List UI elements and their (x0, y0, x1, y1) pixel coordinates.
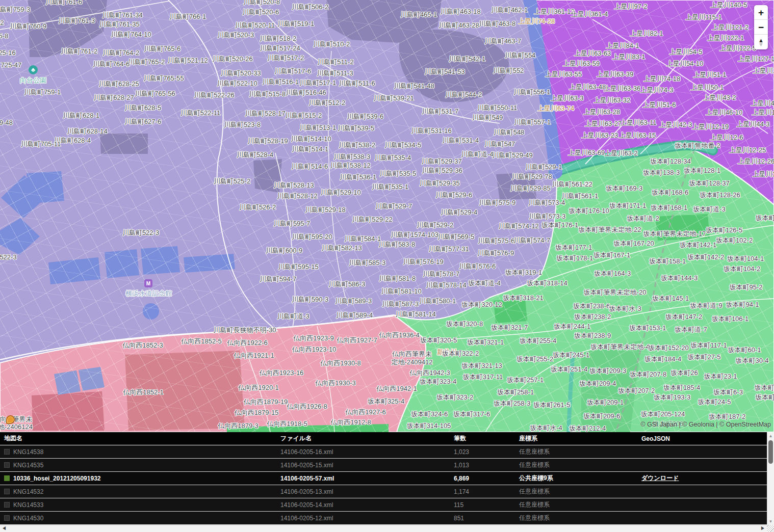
scroll-up-arrow-icon[interactable]: ▲ (767, 432, 774, 439)
map-label: 川島町520-3 (217, 31, 254, 40)
map-label: 川島町561-22 (552, 180, 592, 189)
map-label: 坂本町168-1 (651, 203, 687, 212)
map-label: 上星川12-2 (752, 170, 774, 179)
map-label: 川島町548 (494, 128, 525, 137)
map-label: 上星川140-5 (710, 1, 747, 10)
map-label: 坂本町318-14 (527, 279, 567, 288)
map-label: 川島町522-26 (194, 91, 234, 100)
map-label: 坂本町209-6 (583, 412, 620, 421)
cell-map-name: KNG14530 (0, 515, 276, 522)
map-label: 川島町595-15 (278, 262, 318, 272)
vertical-scrollbar[interactable]: ▲ ▼ (767, 432, 774, 525)
map-label: 坂本町128-34 (650, 157, 690, 166)
map-label: 上星川12-1 (752, 108, 774, 117)
map-label: 上星川44-3 (736, 120, 769, 129)
map-label: 川島町517-24 (260, 44, 300, 53)
cell-parcel-count: 1,023 (450, 448, 515, 456)
map-label: 川島町538-2 (339, 141, 375, 150)
map-label: 川島町531-4 (442, 136, 479, 145)
map-label: 坂本町138-3 (643, 168, 680, 177)
cell-file-name: 14106-0205-15.xml (276, 462, 450, 469)
map-label: 坂本町6-3 (713, 388, 743, 397)
map-label: 坂本町126-5 (706, 226, 742, 235)
map-label: 川島町515-2 (285, 111, 322, 120)
map-label: 上星川115-1 (685, 13, 721, 22)
map-label: 川島町586-3 (328, 280, 365, 289)
map-label: 川島町529-2 (417, 221, 453, 230)
map-label: 坂本町158-1 (649, 257, 686, 266)
map-label: 川島町519-1 (277, 19, 314, 29)
map-label: 上星川82-1 (630, 29, 663, 38)
zoom-in-button[interactable]: + (754, 5, 768, 20)
map-label: 川島町510-2 (313, 40, 350, 49)
map-label: 川島町529-78 (511, 172, 552, 181)
map-label: 坂本町258-3 (494, 399, 530, 408)
cell-map-name: KNG14538 (0, 448, 276, 456)
map-label: 仏向西1879-15 (235, 408, 279, 417)
map-label: 上星川122-1 (707, 34, 744, 43)
table-row[interactable]: 10336_hosei_2012120509193214106-0205-57.… (0, 472, 767, 485)
map-label: 上星川40-1 (751, 99, 774, 108)
cell-parcel-count: 1,174 (450, 488, 515, 495)
resize-grip[interactable] (767, 525, 774, 532)
zoom-out-button[interactable]: − (754, 20, 768, 35)
table-row[interactable]: KNG1453014106-0205-12.xml851任意座標系 (0, 512, 767, 525)
map-label: 上星川51-1 (693, 70, 726, 79)
horizontal-scrollbar[interactable]: ◀ ▶ (0, 525, 767, 532)
map-label: 上星川46-10 (706, 108, 742, 117)
table-row[interactable]: KNG1453214106-0205-13.xml1,174任意座標系 (0, 485, 767, 498)
map-label: 坂本町117-1 (690, 341, 727, 350)
scroll-left-arrow-icon[interactable]: ◀ (0, 525, 8, 532)
map-label: 川島町517-6 (274, 67, 311, 76)
scroll-down-arrow-icon[interactable]: ▼ (767, 518, 774, 525)
map-label: 上星川43-2 (703, 93, 736, 102)
map-label: 坂本町102-2 (716, 236, 753, 245)
map-label: 川島町766-1 (169, 12, 206, 21)
map-label: 川島町595-7 (273, 219, 310, 228)
map-label: 上星川63-27 (585, 119, 622, 128)
map-label: 川島町576-6 (459, 262, 496, 271)
map-label: 坂本町209-4 (579, 379, 616, 388)
map-canvas[interactable]: 川島町761-6川島町759-3川島町760-9川島町761-3川島町761-3… (0, 0, 774, 432)
map-label: 川島町531-16 (411, 126, 451, 136)
map-label: 坂本町212-4 (569, 424, 606, 432)
map-label: 522-3 (0, 253, 17, 261)
map-label: 坂本町100 (756, 214, 774, 223)
map-label: 仏向西1921-1 (234, 351, 274, 360)
geojson-download-link[interactable]: ダウンロード (641, 474, 679, 483)
cell-crs: 公共座標9系 (515, 474, 637, 483)
table-row[interactable]: KNG1453514106-0205-15.xml1,013任意座標系 (0, 459, 767, 472)
layer-table: 地図名 ファイル名 筆数 座標系 GeoJSON KNG1453814106-0… (0, 432, 767, 525)
map-label: 川島町529-4 (441, 208, 477, 217)
map-label: 坂本町320-5 (420, 336, 457, 345)
table-row[interactable]: KNG1453814106-0205-16.xml1,023任意座標系 (0, 445, 767, 459)
compass-button[interactable]: ▲ ▼ (754, 35, 768, 49)
map-label: 川島町578-7 (423, 270, 459, 279)
table-row[interactable]: KNG1453314106-0205-14.xml115任意座標系 (0, 498, 767, 512)
cell-parcel-count-text: 6,869 (454, 475, 469, 482)
map-label: 川島町765-55 (143, 74, 184, 83)
cell-parcel-count-text: 1,023 (454, 448, 469, 456)
map-label: 坂本町144-3 (661, 274, 698, 283)
cell-file-name: 14106-0205-13.xml (276, 488, 450, 495)
map-label: 坂本町209-1 (587, 398, 624, 407)
scroll-right-arrow-icon[interactable]: ▶ (759, 525, 767, 532)
cell-crs-text: 公共座標9系 (519, 474, 553, 483)
map-label: 川島町529-22 (352, 215, 392, 224)
cell-crs: 任意座標系 (515, 447, 637, 456)
cell-parcel-count: 6,869 (450, 475, 515, 482)
map-label: 川島町765-2 (128, 58, 165, 67)
cell-file-name-text: 14106-0205-16.xml (280, 448, 333, 456)
map-label: 仏向西1923-10 (292, 345, 337, 354)
map-label: 川島町628-1 (63, 111, 99, 120)
map-label: 坂本町道-2 (627, 214, 659, 223)
map-label: 仏向西1930-8 (320, 359, 360, 368)
vertical-scroll-thumb[interactable] (768, 440, 773, 464)
map-label: 坂本町筆界未定地-20 (584, 288, 647, 297)
map-label: 坂本町筆界未定地-17 (643, 229, 706, 238)
map-label: 川島町514-1 (292, 145, 328, 154)
cell-geojson: ダウンロード (637, 474, 767, 483)
map-label: 川島町573-4 (528, 198, 565, 207)
cell-parcel-count-text: 851 (454, 515, 464, 522)
map-attribution[interactable]: © GSI Japan | © Geolonia | © OpenStreetM… (640, 421, 771, 428)
